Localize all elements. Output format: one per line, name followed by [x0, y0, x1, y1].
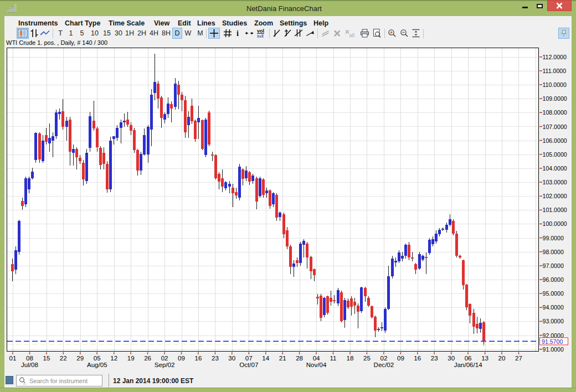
svg-text:09: 09 [178, 354, 185, 362]
svg-text:93.0000: 93.0000 [543, 318, 564, 324]
svg-text:14: 14 [262, 354, 269, 362]
svg-text:Jan/06/14: Jan/06/14 [454, 361, 482, 368]
svg-text:16: 16 [414, 354, 421, 362]
svg-text:30: 30 [448, 354, 455, 362]
svg-text:23: 23 [431, 354, 438, 362]
svg-text:22: 22 [60, 354, 67, 362]
svg-text:111.0000: 111.0000 [543, 68, 567, 74]
svg-text:04: 04 [313, 354, 320, 362]
svg-text:26: 26 [144, 354, 151, 362]
svg-text:02: 02 [161, 354, 168, 362]
svg-text:112.0000: 112.0000 [543, 54, 567, 60]
svg-text:11: 11 [330, 354, 336, 362]
svg-text:95.0000: 95.0000 [543, 290, 564, 297]
svg-text:101.0000: 101.0000 [543, 207, 567, 213]
svg-text:30: 30 [228, 354, 235, 362]
svg-text:09: 09 [397, 354, 404, 362]
svg-text:Sep/02: Sep/02 [155, 361, 175, 368]
svg-text:103.0000: 103.0000 [543, 179, 567, 185]
svg-text:19: 19 [127, 354, 135, 362]
svg-text:06: 06 [465, 354, 472, 362]
svg-text:Aug/05: Aug/05 [87, 361, 107, 368]
svg-text:97.0000: 97.0000 [543, 262, 564, 269]
svg-text:28: 28 [296, 354, 303, 362]
svg-text:91.5700: 91.5700 [542, 338, 563, 345]
svg-text:23: 23 [212, 354, 219, 362]
svg-text:Jul/08: Jul/08 [21, 361, 38, 368]
svg-text:12: 12 [110, 354, 117, 362]
svg-text:99.0000: 99.0000 [543, 235, 564, 241]
svg-text:02: 02 [380, 354, 387, 362]
svg-text:29: 29 [76, 354, 84, 362]
svg-text:13: 13 [481, 354, 488, 362]
svg-text:100.0000: 100.0000 [543, 220, 567, 227]
svg-text:16: 16 [194, 354, 202, 362]
svg-text:08: 08 [26, 354, 33, 362]
svg-text:91.0000: 91.0000 [543, 346, 564, 353]
svg-text:20: 20 [498, 354, 506, 362]
svg-text:98.0000: 98.0000 [543, 249, 564, 255]
svg-text:05: 05 [94, 354, 101, 362]
svg-text:27: 27 [515, 354, 522, 362]
svg-text:01: 01 [9, 354, 17, 362]
svg-text:109.0000: 109.0000 [543, 95, 567, 102]
svg-text:105.0000: 105.0000 [543, 151, 567, 158]
svg-text:107.0000: 107.0000 [543, 123, 567, 130]
svg-text:110.0000: 110.0000 [543, 81, 567, 88]
svg-text:21: 21 [279, 354, 286, 362]
svg-text:18: 18 [347, 354, 354, 362]
svg-text:15: 15 [43, 354, 50, 362]
svg-text:25: 25 [363, 354, 371, 362]
svg-text:Dec/02: Dec/02 [374, 361, 394, 368]
svg-text:Nov/04: Nov/04 [306, 361, 327, 368]
svg-text:104.0000: 104.0000 [543, 165, 567, 172]
svg-text:108.0000: 108.0000 [543, 109, 567, 116]
svg-text:106.0000: 106.0000 [543, 137, 567, 144]
svg-text:102.0000: 102.0000 [543, 193, 567, 199]
svg-text:94.0000: 94.0000 [543, 304, 564, 311]
svg-text:07: 07 [245, 354, 253, 362]
svg-text:Oct/07: Oct/07 [239, 361, 258, 368]
svg-text:96.0000: 96.0000 [543, 276, 564, 283]
